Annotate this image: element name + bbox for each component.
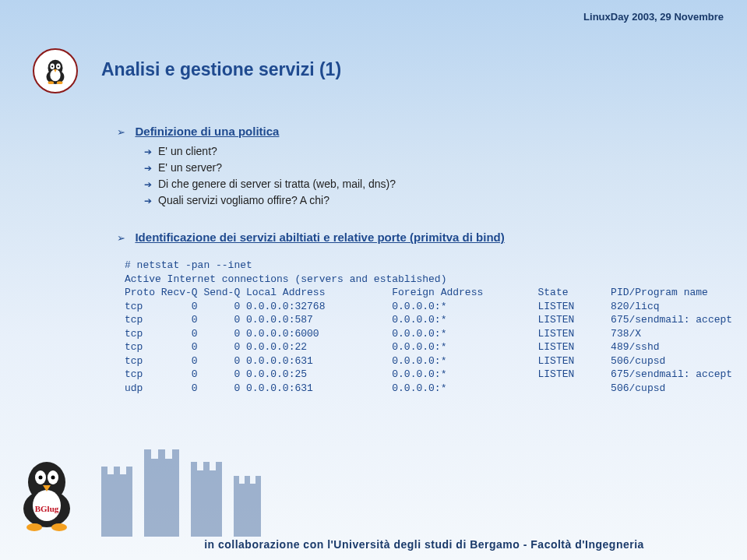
svg-point-35 [51,523,67,531]
svg-rect-20 [203,462,210,471]
netstat-row: tcp 0 0 0.0.0.0:631 0.0.0.0:* LISTEN 506… [125,355,665,367]
sub-item: E' un server? [144,160,700,176]
svg-text:BGlug: BGlug [35,504,59,513]
svg-rect-19 [191,462,197,471]
svg-point-9 [57,81,63,84]
svg-rect-18 [191,470,222,537]
svg-rect-22 [234,484,261,537]
svg-rect-23 [234,476,239,484]
netstat-row: tcp 0 0 0.0.0.0:6000 0.0.0.0:* LISTEN 73… [125,328,641,340]
netstat-output: # netstat -pan --inet Active Internet co… [125,259,700,395]
svg-point-34 [26,523,42,531]
netstat-row: tcp 0 0 0.0.0.0:22 0.0.0.0:* LISTEN 489/… [125,341,660,353]
svg-rect-14 [144,459,179,537]
footer-text: in collaborazione con l'Università degli… [117,538,731,551]
sub-item: Quali servizi vogliamo offire? A chi? [144,192,700,209]
svg-rect-24 [245,476,250,484]
netstat-line1: Active Internet connections (servers and… [125,273,446,285]
svg-point-8 [48,81,55,84]
logo-top [33,48,79,95]
svg-rect-21 [216,462,222,471]
netstat-row: tcp 0 0 0.0.0.0:32768 0.0.0.0:* LISTEN 8… [125,301,660,312]
section1-heading: Definizione di una politica [117,125,700,139]
slide-content: Definizione di una politica E' un client… [117,125,700,395]
svg-rect-13 [126,467,132,476]
svg-rect-25 [255,476,261,484]
section2-heading: Identificazione dei servizi abiltiati e … [117,231,700,245]
netstat-header: Proto Recv-Q Send-Q Local Address Foreig… [125,287,708,298]
section2-link: Identificazione dei servizi abiltiati e … [135,231,504,244]
svg-point-6 [58,65,59,67]
svg-rect-11 [101,467,107,476]
section1-list: E' un client? E' un server? Di che gener… [144,143,700,209]
slide-title: Analisi e gestione servizi (1) [101,59,341,80]
netstat-row: tcp 0 0 0.0.0.0:25 0.0.0.0:* LISTEN 675/… [125,368,732,380]
svg-rect-15 [144,449,151,460]
svg-point-32 [51,476,55,480]
netstat-row: tcp 0 0 0.0.0.0:587 0.0.0.0:* LISTEN 675… [125,314,732,326]
netstat-row: udp 0 0 0.0.0.0:631 0.0.0.0:* 506/cupsd [125,382,665,394]
sub-item: Di che genere di server si tratta (web, … [144,176,700,192]
event-header: LinuxDay 2003, 29 Novembre [583,11,724,23]
svg-rect-12 [114,467,120,476]
svg-point-5 [51,65,53,67]
logo-circle [33,48,78,93]
svg-point-31 [39,476,43,480]
svg-rect-16 [158,449,165,460]
svg-rect-17 [172,449,179,460]
sub-item: E' un client? [144,143,700,160]
svg-rect-10 [101,474,132,537]
penguin-icon [41,56,70,86]
footer-illustration: BGlug [0,428,296,537]
netstat-cmd: # netstat -pan --inet [125,259,252,271]
section1-link: Definizione di una politica [135,125,279,138]
